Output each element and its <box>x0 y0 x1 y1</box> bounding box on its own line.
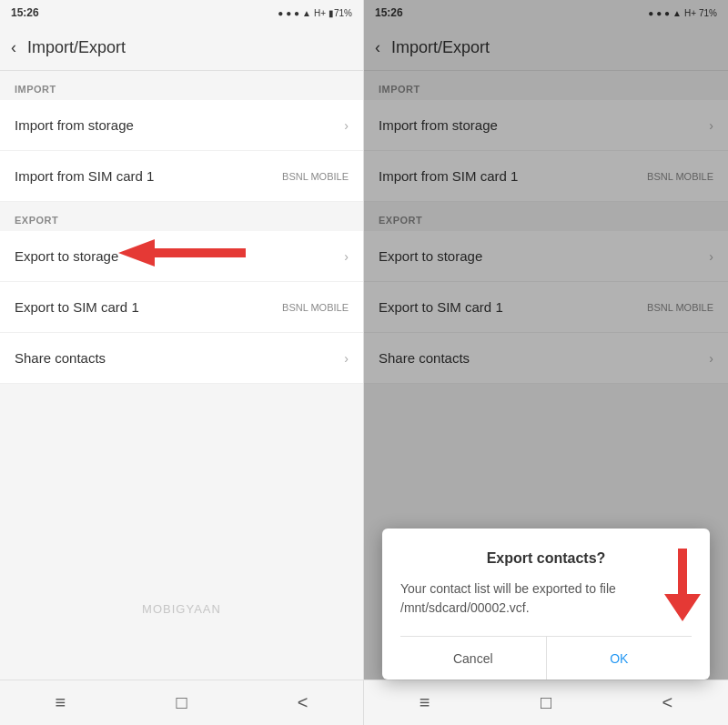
battery-icon: ▮71% <box>329 8 352 18</box>
right-home-button[interactable]: □ <box>541 692 551 713</box>
dialog-title: Export contacts? <box>400 550 692 567</box>
right-back-nav-button[interactable]: < <box>662 692 673 713</box>
left-phone-panel: 15:26 ● ● ● ▲ H+ ▮71% ‹ Import/Export IM… <box>0 0 364 725</box>
dialog-body: Your contact list will be exported to fi… <box>400 579 692 618</box>
network-icon: H+ <box>314 8 326 18</box>
left-share-contacts-chevron: › <box>344 351 349 366</box>
left-back-button[interactable]: ‹ <box>11 38 16 57</box>
svg-marker-0 <box>118 239 246 267</box>
left-export-header: EXPORT <box>0 202 363 231</box>
left-time: 15:26 <box>11 6 39 19</box>
export-contacts-dialog: Export contacts? Your contact list will … <box>382 529 710 680</box>
left-export-storage-chevron: › <box>344 249 349 264</box>
left-share-contacts-item[interactable]: Share contacts › <box>0 333 363 384</box>
left-export-storage-right: › <box>344 249 349 264</box>
left-import-sim-right: BSNL MOBILE <box>282 171 349 182</box>
left-import-sim-item[interactable]: Import from SIM card 1 BSNL MOBILE <box>0 151 363 202</box>
svg-marker-1 <box>664 549 701 621</box>
left-import-storage-chevron: › <box>344 118 349 133</box>
wifi-icon: ▲ <box>302 8 311 18</box>
dialog-ok-button[interactable]: OK <box>546 637 693 680</box>
left-import-sim-carrier: BSNL MOBILE <box>282 171 349 182</box>
right-phone-panel: 15:26 ● ● ● ▲ H+ 71% ‹ Import/Export IMP… <box>364 0 728 725</box>
left-back-nav-button[interactable]: < <box>298 692 308 713</box>
left-bottom-nav: ≡ □ < <box>0 680 363 725</box>
dialog-actions: Cancel OK <box>400 636 692 680</box>
red-arrow-ok-indicator <box>664 549 701 625</box>
left-import-storage-right: › <box>344 118 349 133</box>
dialog-cancel-button[interactable]: Cancel <box>400 637 546 680</box>
left-menu-button[interactable]: ≡ <box>56 692 66 713</box>
left-export-sim-right: BSNL MOBILE <box>282 302 349 313</box>
left-status-icons: ● ● ● ▲ H+ ▮71% <box>278 8 352 18</box>
left-import-header: IMPORT <box>0 71 363 100</box>
left-home-button[interactable]: □ <box>176 692 187 713</box>
signal-dots-icon: ● ● ● <box>278 8 299 18</box>
left-export-sim-carrier: BSNL MOBILE <box>282 302 349 313</box>
left-watermark: MOBIGYAAN <box>142 602 221 616</box>
left-export-sim-label: Export to SIM card 1 <box>15 299 139 315</box>
left-import-sim-label: Import from SIM card 1 <box>15 168 154 184</box>
right-bottom-nav: ≡ □ < <box>364 680 728 725</box>
left-page-title: Import/Export <box>27 38 126 57</box>
left-top-bar: ‹ Import/Export <box>0 25 363 71</box>
right-menu-button[interactable]: ≡ <box>420 692 430 713</box>
left-export-storage-label: Export to storage <box>15 248 118 264</box>
left-import-storage-item[interactable]: Import from storage › <box>0 100 363 151</box>
left-export-sim-item[interactable]: Export to SIM card 1 BSNL MOBILE <box>0 282 363 333</box>
left-share-contacts-label: Share contacts <box>15 350 106 366</box>
left-import-storage-label: Import from storage <box>15 117 134 133</box>
left-share-contacts-right: › <box>344 351 349 366</box>
left-status-bar: 15:26 ● ● ● ▲ H+ ▮71% <box>0 0 363 25</box>
red-arrow-indicator <box>118 239 246 267</box>
